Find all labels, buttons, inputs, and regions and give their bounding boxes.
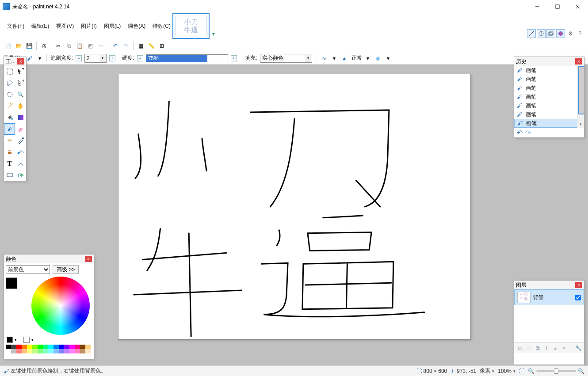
layer-merge-icon[interactable]: ⬇ [542,344,550,352]
chevron-down-icon[interactable]: ▾ [15,338,17,342]
cut-icon[interactable]: ✂ [54,42,63,50]
palette-color[interactable] [53,345,59,349]
history-panel-close[interactable]: × [575,58,582,65]
palette-color[interactable] [59,345,64,349]
deselect-icon[interactable]: ▭ [96,42,105,50]
color-swatch[interactable] [6,277,25,294]
ruler-icon[interactable]: 📏 [147,42,156,50]
mini-swatch-white[interactable] [23,337,30,343]
tool-rectangle-shape[interactable] [4,169,15,181]
hardness-slider[interactable]: 75% [146,54,228,62]
tool-clone-stamp[interactable] [4,146,15,158]
palette-color[interactable] [80,349,85,353]
layers-panel[interactable]: 图层× 小刀牛逼 背景 ▭ ▭ ⧉ ⬇ ▲ ▼ 🔧 [514,280,584,365]
palette-color[interactable] [85,345,91,349]
units-label[interactable]: 像素 [480,367,490,375]
blend-icon[interactable]: ▲ [340,54,349,63]
tool-gradient[interactable] [15,112,26,123]
palette-color[interactable] [48,349,53,353]
layer-properties-icon[interactable]: 🔧 [574,344,582,352]
layer-up-icon[interactable]: ▲ [551,344,559,352]
history-item[interactable]: 🖌画笔 [514,66,584,75]
tools-panel-close[interactable]: × [17,58,24,65]
fill-select[interactable]: 实心颜色▾ [260,54,312,63]
tool-color-picker[interactable] [15,135,26,146]
tool-rectangle-select[interactable] [4,66,15,77]
palette-color[interactable] [53,349,59,353]
antialias-icon[interactable]: ∿ [320,54,328,63]
layers-panel-close[interactable]: × [575,282,582,288]
chevron-down-icon[interactable]: ▾ [305,55,311,62]
tool-paintbrush[interactable]: 🖌 [4,123,15,135]
palette-color[interactable] [69,345,75,349]
palette-color[interactable] [22,345,27,349]
aa-dropdown-icon[interactable]: ▾ [331,55,337,61]
color-wheel[interactable] [31,277,90,335]
palette-color[interactable] [32,349,38,353]
palette-color[interactable] [27,349,32,353]
hardness-increase[interactable]: + [231,55,237,61]
overwrite-icon[interactable]: ◉ [374,54,382,63]
tool-dropdown-icon[interactable]: ▾ [37,55,43,61]
settings-icon[interactable]: ⚙ [566,29,575,38]
thumbnail-dropdown-icon[interactable]: ▾ [212,31,218,36]
tool-ellipse-select[interactable] [4,89,15,100]
maximize-button[interactable] [547,0,568,13]
menu-effects[interactable]: 特效(C) [149,21,174,31]
overwrite-dropdown-icon[interactable]: ▾ [385,55,391,61]
open-file-icon[interactable]: 📂 [14,42,23,50]
brush-width-input[interactable]: 2▾ [84,54,107,63]
palette-color[interactable] [11,345,16,349]
paste-icon[interactable]: 📋 [75,42,84,50]
scrollbar-thumb[interactable] [578,66,584,114]
history-item[interactable]: 🖌画笔 [514,101,584,110]
color-palette[interactable] [4,344,94,354]
hardness-decrease[interactable]: − [137,55,143,61]
history-list[interactable]: 🖌画笔🖌画笔🖌画笔🖌画笔🖌画笔🖌画笔🖌画笔 ▴ ▾ [514,66,584,128]
palette-color[interactable] [16,349,22,353]
menu-image[interactable]: 图片(I) [77,21,100,31]
zoom-fit-icon[interactable]: ⛶ [519,368,524,374]
mini-swatch-black[interactable] [7,337,13,343]
palette-color[interactable] [80,345,85,349]
history-item[interactable]: 🖌画笔 [514,92,584,101]
color-advanced-button[interactable]: 高级 >> [53,265,79,274]
tool-shapes[interactable] [15,169,26,181]
foreground-color-swatch[interactable] [6,277,17,289]
new-file-icon[interactable]: 📄 [4,42,12,50]
palette-color[interactable] [69,349,75,353]
menu-adjust[interactable]: 调色(A) [124,21,149,31]
history-redo-icon[interactable]: ↷ [525,129,531,137]
menu-view[interactable]: 视图(V) [53,21,77,31]
undo-icon[interactable]: ↶ [111,42,120,50]
document-thumbnail[interactable]: 小刀牛逼 [172,13,210,39]
tool-move-selection[interactable]: + [15,66,26,77]
blend-dropdown-icon[interactable]: ▾ [365,55,371,61]
minimize-button[interactable] [527,0,547,13]
palette-color[interactable] [85,349,91,353]
toggle-layers-icon[interactable] [546,29,555,38]
chevron-down-icon[interactable]: ▾ [513,369,515,373]
palette-color[interactable] [27,345,32,349]
pixel-grid-icon[interactable]: ⊞ [157,42,166,50]
palette-color[interactable] [32,345,38,349]
scroll-down-icon[interactable]: ▾ [577,121,584,128]
tool-magic-wand[interactable] [4,100,15,112]
tool-lasso-select[interactable] [4,77,15,89]
tool-line[interactable] [15,158,26,169]
colors-panel-close[interactable]: × [85,256,92,262]
palette-color[interactable] [38,349,43,353]
tools-panel[interactable]: 工...× + + 🔍 ✋ 🖌 ✏ 🖌↻ T [4,57,27,181]
palette-color[interactable] [64,345,69,349]
brush-width-decrease[interactable]: − [76,55,82,61]
layer-add-icon[interactable]: ▭ [516,344,524,352]
menu-edit[interactable]: 编辑(E) [28,21,53,31]
tool-zoom[interactable]: 🔍 [15,89,26,100]
copy-icon[interactable]: ⧉ [65,42,73,50]
menu-file[interactable]: 文件(F) [4,21,28,31]
palette-color[interactable] [43,349,48,353]
layers-list[interactable]: 小刀牛逼 背景 [514,289,584,342]
toggle-colors-icon[interactable] [556,29,565,38]
palette-color[interactable] [43,345,48,349]
zoom-out-icon[interactable]: 🔍 [528,368,535,374]
